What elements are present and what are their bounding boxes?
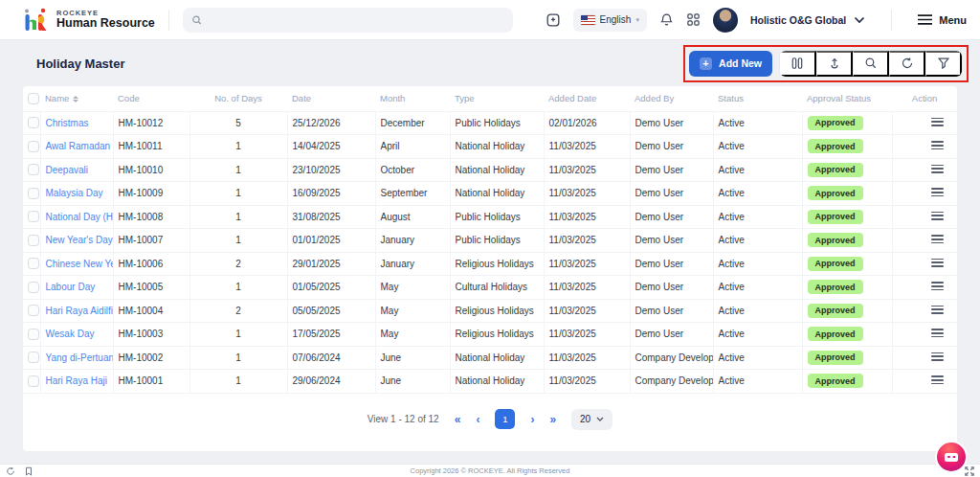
row-checkbox[interactable] xyxy=(28,188,39,199)
holiday-name-link[interactable]: National Day (Hari M xyxy=(46,212,114,222)
current-page-button[interactable]: 1 xyxy=(495,409,515,429)
cell-days: 1 xyxy=(189,346,287,370)
row-checkbox[interactable] xyxy=(28,211,39,222)
cell-approval-status: Approved xyxy=(802,158,892,182)
table-search-button[interactable] xyxy=(853,51,889,77)
cell-type: National Holiday xyxy=(450,346,544,370)
prev-page-button[interactable]: ‹ xyxy=(476,413,479,426)
row-checkbox[interactable] xyxy=(28,258,39,269)
row-checkbox[interactable] xyxy=(28,282,39,293)
row-checkbox-cell xyxy=(23,229,40,253)
columns-toggle-button[interactable] xyxy=(780,51,816,77)
cell-added_date: 11/03/2025 xyxy=(544,299,630,323)
approval-status-badge: Approved xyxy=(808,210,863,224)
cell-status: Active xyxy=(713,252,802,276)
sort-icon[interactable] xyxy=(73,96,78,103)
holiday-name-link[interactable]: Chinese New Year xyxy=(46,259,114,269)
cell-date: 25/12/2026 xyxy=(287,111,375,135)
col-header-days: No. of Days xyxy=(189,86,287,111)
row-actions-menu-icon[interactable] xyxy=(931,233,944,246)
page-size-caret-icon xyxy=(596,417,604,421)
notifications-bell-icon[interactable] xyxy=(659,12,674,27)
holiday-name-link[interactable]: Deepavali xyxy=(46,165,88,175)
row-checkbox[interactable] xyxy=(28,141,39,152)
cell-code: HM-10002 xyxy=(113,346,189,370)
cell-status: Active xyxy=(713,111,802,135)
magnifier-icon xyxy=(864,57,878,70)
row-actions-menu-icon[interactable] xyxy=(931,162,944,175)
header-divider xyxy=(168,10,169,31)
cell-month: May xyxy=(375,323,450,347)
add-new-button[interactable]: + Add New xyxy=(689,51,772,77)
cell-approval-status: Approved xyxy=(802,370,892,394)
row-actions-menu-icon[interactable] xyxy=(931,280,944,293)
first-page-button[interactable]: « xyxy=(455,413,461,426)
row-actions-menu-icon[interactable] xyxy=(931,350,944,363)
cell-month: June xyxy=(375,346,450,370)
row-actions-menu-icon[interactable] xyxy=(931,139,944,152)
cell-approval-status: Approved xyxy=(802,323,892,347)
cell-added_by: Company Develop... xyxy=(630,370,713,394)
row-actions-menu-icon[interactable] xyxy=(931,374,944,387)
holiday-name-link[interactable]: Hari Raya Haji xyxy=(46,375,107,386)
row-checkbox[interactable] xyxy=(28,235,39,246)
search-input[interactable] xyxy=(208,14,504,25)
refresh-button[interactable] xyxy=(889,51,925,77)
row-actions-menu-icon[interactable] xyxy=(931,115,944,128)
global-search[interactable] xyxy=(183,8,513,33)
bookmark-add-icon[interactable] xyxy=(546,12,561,28)
cell-days: 1 xyxy=(189,276,287,300)
apps-grid-icon[interactable] xyxy=(686,12,701,27)
user-avatar[interactable] xyxy=(713,8,738,33)
language-selector[interactable]: English ▾ xyxy=(573,9,647,32)
holiday-name-link[interactable]: Christmas xyxy=(46,118,89,128)
row-checkbox-cell xyxy=(23,276,40,300)
add-new-label: Add New xyxy=(719,57,762,69)
row-actions-menu-icon[interactable] xyxy=(931,256,944,269)
approval-status-badge: Approved xyxy=(808,186,863,200)
row-actions-menu-icon[interactable] xyxy=(931,303,944,316)
chat-assistant-widget[interactable] xyxy=(935,441,968,473)
cell-days: 1 xyxy=(189,229,287,253)
table-row: Hari Raya AidilfitriHM-10004205/05/2025M… xyxy=(23,299,957,323)
holiday-name-link[interactable]: Hari Raya Aidilfitri xyxy=(46,306,114,316)
next-page-button[interactable]: › xyxy=(530,413,534,426)
holiday-name-link[interactable]: Labour Day xyxy=(46,282,96,292)
page-size-select[interactable]: 20 xyxy=(571,409,612,430)
row-actions-menu-icon[interactable] xyxy=(931,327,944,340)
row-checkbox[interactable] xyxy=(28,375,39,387)
cell-month: January xyxy=(375,229,450,253)
row-actions-menu-icon[interactable] xyxy=(931,186,944,199)
row-checkbox[interactable] xyxy=(28,352,39,363)
cell-date: 14/04/2025 xyxy=(287,135,375,159)
holiday-name-link[interactable]: Yang di-Pertuan Ago xyxy=(46,352,114,363)
row-checkbox[interactable] xyxy=(28,305,39,316)
last-page-button[interactable]: » xyxy=(549,413,556,426)
cell-month: January xyxy=(375,252,450,276)
filter-button[interactable] xyxy=(925,51,962,77)
table-body: ChristmasHM-10012525/12/2026DecemberPubl… xyxy=(23,111,957,393)
cell-approval-status: Approved xyxy=(802,182,892,206)
cell-code: HM-10003 xyxy=(113,323,189,347)
holiday-name-link[interactable]: Malaysia Day xyxy=(46,188,103,198)
cell-date: 23/10/2025 xyxy=(287,158,375,182)
export-button[interactable] xyxy=(816,51,853,77)
holiday-name-link[interactable]: Awal Ramadan xyxy=(46,141,111,151)
cell-code: HM-10009 xyxy=(113,182,189,206)
fullscreen-expand-icon[interactable] xyxy=(965,466,974,476)
organization-switcher[interactable]: Holistic O&G Global xyxy=(750,14,865,26)
row-actions-menu-icon[interactable] xyxy=(931,209,944,222)
row-checkbox[interactable] xyxy=(28,117,39,128)
col-header-name[interactable]: Name xyxy=(40,86,113,111)
cell-date: 29/06/2024 xyxy=(287,370,375,394)
plus-icon: + xyxy=(700,57,712,70)
select-all-checkbox[interactable] xyxy=(28,93,39,104)
cell-name: Malaysia Day xyxy=(40,182,113,206)
holiday-name-link[interactable]: New Year's Day xyxy=(46,235,113,245)
row-checkbox[interactable] xyxy=(28,329,39,340)
menu-button[interactable]: Menu xyxy=(918,14,967,26)
row-checkbox-cell xyxy=(23,182,40,206)
row-checkbox[interactable] xyxy=(28,164,39,175)
holiday-name-link[interactable]: Wesak Day xyxy=(46,329,95,339)
cell-code: HM-10005 xyxy=(113,276,189,300)
